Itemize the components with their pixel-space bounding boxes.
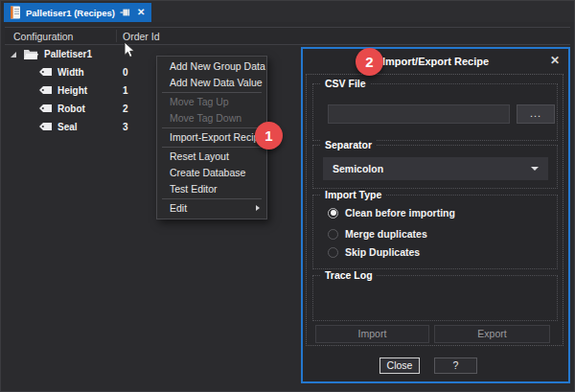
separator-selected-value: Semicolon	[333, 163, 531, 174]
dialog-title: Import/Export Recipe	[303, 56, 568, 67]
trace-log-group: Trace Log	[312, 275, 558, 321]
menu-item-edit[interactable]: Edit	[157, 200, 266, 217]
menu-separator	[162, 147, 262, 148]
column-header-configuration[interactable]: Configuration	[13, 31, 73, 42]
tree-item-label: Height	[58, 85, 87, 96]
radio-button[interactable]	[328, 229, 338, 240]
radio-skip-duplicates[interactable]: Skip Duplicates	[328, 245, 420, 259]
tag-icon	[38, 122, 53, 131]
order-id-value: 3	[123, 122, 128, 132]
application-window: Palletiser1 (Recipes) ✕ Configuration Or…	[0, 0, 575, 392]
import-export-recipe-dialog: Import/Export Recipe ✕ CSV File ... Sepa…	[301, 47, 570, 383]
tab-close-icon[interactable]: ✕	[136, 7, 146, 18]
menu-separator	[162, 198, 262, 199]
import-button[interactable]: Import	[315, 325, 429, 343]
csv-file-input[interactable]	[328, 104, 510, 124]
menu-item-add-new-group-data[interactable]: Add New Group Data	[157, 58, 266, 75]
menu-item-move-tag-up: Move Tag Up	[157, 94, 266, 110]
separator-group: Separator Semicolon	[312, 145, 558, 189]
csv-file-group-label: CSV File	[321, 78, 370, 89]
csv-file-group: CSV File ...	[312, 83, 558, 141]
menu-separator	[162, 92, 262, 93]
menu-item-import-export-recipe[interactable]: Import-Export Recipe	[157, 129, 266, 146]
order-id-value: 2	[123, 104, 128, 114]
trace-log-group-label: Trace Log	[321, 269, 377, 281]
tree-item-label: Width	[58, 67, 84, 78]
context-menu: Add New Group Data Add New Data Value Mo…	[156, 56, 267, 219]
mouse-cursor-icon	[124, 41, 135, 58]
radio-clean-before-importing[interactable]: Clean before importing	[328, 206, 455, 219]
tag-icon	[38, 85, 53, 95]
help-button[interactable]: ?	[434, 357, 477, 374]
annotation-badge-step-2: 2	[356, 48, 383, 76]
menu-item-add-new-data-value[interactable]: Add New Data Value	[157, 75, 266, 91]
grid-header: Configuration Order Id	[5, 27, 570, 45]
tag-icon	[38, 67, 53, 77]
expander-icon[interactable]	[10, 51, 17, 58]
recipe-document-icon	[10, 6, 21, 19]
radio-button[interactable]	[328, 247, 338, 258]
menu-item-reset-layout[interactable]: Reset Layout	[157, 149, 266, 165]
menu-item-move-tag-down: Move Tag Down	[157, 110, 266, 127]
menu-item-test-editor[interactable]: Test Editor	[157, 181, 266, 197]
menu-separator	[162, 127, 262, 128]
separator-combobox[interactable]: Semicolon	[323, 157, 548, 180]
radio-button-selected[interactable]	[328, 208, 338, 219]
dialog-close-icon[interactable]: ✕	[550, 54, 560, 67]
document-tab-bar: Palletiser1 (Recipes) ✕	[1, 1, 574, 22]
import-type-group: Import Type Clean before importing Merge…	[312, 195, 558, 269]
radio-merge-duplicates[interactable]: Merge duplicates	[328, 227, 427, 241]
separator-group-label: Separator	[321, 139, 376, 150]
import-type-group-label: Import Type	[321, 189, 385, 200]
pin-icon[interactable]	[120, 7, 131, 18]
folder-icon	[23, 48, 38, 60]
column-divider	[116, 30, 117, 42]
close-button[interactable]: Close	[380, 357, 420, 374]
chevron-down-icon	[531, 167, 539, 171]
tab-palletiser1-recipes[interactable]: Palletiser1 (Recipes) ✕	[4, 3, 151, 22]
tag-icon	[38, 104, 53, 113]
tree-item-label: Seal	[58, 122, 78, 132]
tree-item-label: Palletiser1	[44, 49, 92, 59]
browse-button[interactable]: ...	[517, 104, 555, 124]
order-id-value: 0	[123, 67, 128, 78]
export-button[interactable]: Export	[434, 325, 550, 343]
menu-item-create-database[interactable]: Create Database	[157, 165, 266, 181]
order-id-value: 1	[123, 85, 128, 96]
tab-title: Palletiser1 (Recipes)	[26, 8, 115, 18]
tree-item-label: Robot	[58, 104, 85, 114]
annotation-badge-step-1: 1	[255, 122, 283, 150]
submenu-arrow-icon	[256, 205, 260, 211]
